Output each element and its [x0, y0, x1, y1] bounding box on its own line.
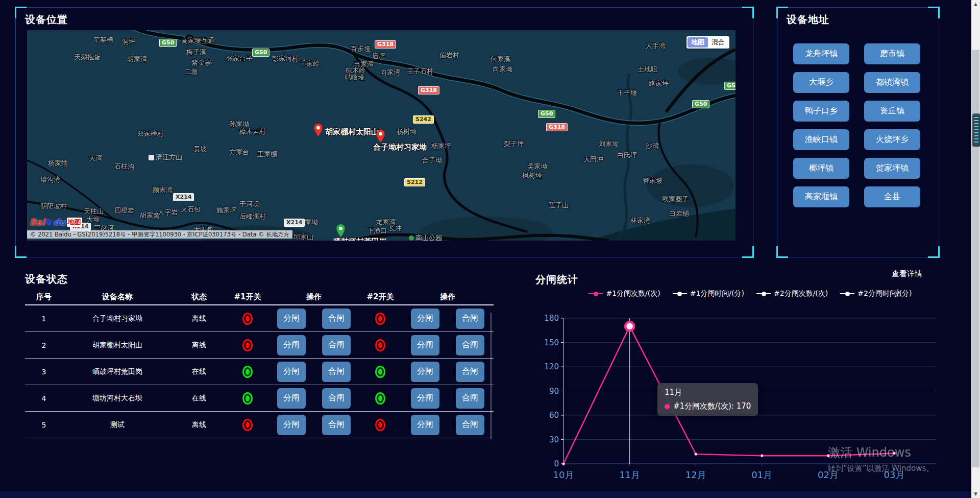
- tooltip-series-dot: [665, 404, 670, 409]
- open-switch1-button[interactable]: 分闸: [277, 415, 306, 435]
- open-switch2-button[interactable]: 分闸: [411, 388, 439, 409]
- cell-ops2: 分闸合闸: [402, 335, 494, 355]
- address-button[interactable]: 火烧坪乡: [864, 129, 920, 150]
- address-button[interactable]: 龙舟坪镇: [793, 43, 849, 64]
- map-pin[interactable]: [336, 224, 346, 238]
- close-switch1-button[interactable]: 合闸: [322, 415, 351, 435]
- chart-tooltip: 11月 #1分闸次数/(次): 170: [657, 383, 758, 416]
- baidu-logo-map-word: 地图: [67, 218, 82, 227]
- cell-switch1: [226, 313, 269, 325]
- map-place-label: 刘家坳: [599, 139, 619, 149]
- map-type-hybrid-button[interactable]: 混合: [708, 37, 728, 48]
- switch1-indicator-red: [242, 419, 253, 431]
- map-place-label: 沙湾: [646, 141, 659, 151]
- cell-no: 3: [25, 368, 63, 376]
- close-switch2-button[interactable]: 合闸: [456, 415, 484, 435]
- table-header-cell: #2开关: [359, 292, 402, 302]
- close-switch2-button[interactable]: 合闸: [456, 309, 484, 329]
- cell-ops1: 分闸合闸: [269, 335, 359, 355]
- legend-marker-icon: [840, 292, 854, 296]
- map-type-map-button[interactable]: 地图: [688, 37, 708, 48]
- table-scrollbar[interactable]: [491, 313, 492, 439]
- road-badge-s242: S242: [413, 115, 434, 124]
- page-scrollbar[interactable]: ▲ ▼: [971, 0, 980, 498]
- address-button[interactable]: 磨市镇: [864, 43, 920, 64]
- address-button[interactable]: 都镇湾镇: [864, 72, 920, 93]
- svg-text:01月: 01月: [751, 469, 772, 480]
- switch2-indicator-red: [375, 313, 385, 325]
- mountain-icon: [149, 155, 154, 160]
- road-badge-x214: X214: [173, 193, 194, 201]
- address-button[interactable]: 榔坪镇: [793, 158, 849, 179]
- view-details-link[interactable]: 查看详情: [892, 269, 922, 279]
- road-badge-x214: X214: [284, 219, 305, 227]
- map-place-label: 大湾: [89, 154, 102, 163]
- cell-status: 离线: [172, 420, 226, 430]
- scroll-down-arrow[interactable]: ▼: [971, 490, 980, 498]
- open-switch2-button[interactable]: 分闸: [411, 362, 439, 382]
- baidu-map[interactable]: 笔架槽洞坪高家堰互通天鹅抱蛋胡家湾梅子溪紫金寨二墩张家台子彭家河村千家岭百步垭庙…: [27, 30, 736, 241]
- open-switch1-button[interactable]: 分闸: [277, 335, 306, 355]
- road-badge-g50: G50: [159, 39, 177, 47]
- legend-label: #2分闸次数/(次): [774, 289, 828, 298]
- close-switch2-button[interactable]: 合闸: [456, 362, 484, 382]
- map-place-label: 长冲: [388, 224, 402, 233]
- scrollbar-thumb[interactable]: [972, 50, 979, 467]
- legend-item[interactable]: #1分闸次数/(次): [589, 289, 660, 298]
- map-place-label: 管家坡: [643, 176, 663, 185]
- map-place-label: 杨家坪: [431, 141, 451, 151]
- table-row: 5测试离线分闸合闸分闸合闸: [25, 412, 494, 438]
- map-place-label: 石柱沟: [114, 162, 134, 171]
- cell-name: 晒鼓坪村荒田岗: [63, 367, 172, 376]
- cell-ops1: 分闸合闸: [269, 415, 359, 435]
- legend-item[interactable]: #1分闸时间/(分): [673, 289, 744, 298]
- map-type-toggle: 地图 混合: [687, 36, 729, 49]
- map-place-label: 向家坳: [493, 65, 512, 74]
- map-place-label: 吴家坳: [527, 162, 547, 171]
- table-header-cell: 操作: [402, 292, 494, 302]
- road-badge-g318: G318: [375, 40, 396, 49]
- scroll-indicator-widget[interactable]: [972, 113, 980, 147]
- address-button[interactable]: 全县: [864, 186, 920, 207]
- map-pin[interactable]: [313, 123, 323, 137]
- map-place-label: 樟木岩村: [239, 127, 266, 136]
- scroll-indicator-dashes: [974, 117, 978, 144]
- address-button[interactable]: 大堰乡: [793, 72, 849, 93]
- close-switch1-button[interactable]: 合闸: [322, 362, 351, 382]
- address-button[interactable]: 鸭子口乡: [793, 101, 849, 122]
- open-switch2-button[interactable]: 分闸: [411, 335, 439, 355]
- close-switch1-button[interactable]: 合闸: [322, 335, 351, 355]
- open-switch2-button[interactable]: 分闸: [411, 309, 439, 329]
- open-switch1-button[interactable]: 分闸: [277, 309, 306, 329]
- map-place-label: 白氏坪: [617, 151, 637, 160]
- map-place-label: 后峰溪村: [239, 212, 266, 221]
- device-address-panel: 设备地址 龙舟坪镇磨市镇大堰乡都镇湾镇鸭子口乡资丘镇渔峡口镇火烧坪乡榔坪镇贺家坪…: [777, 7, 939, 257]
- address-button[interactable]: 高家堰镇: [793, 186, 849, 207]
- address-button[interactable]: 渔峡口镇: [793, 129, 849, 150]
- close-switch1-button[interactable]: 合闸: [322, 388, 351, 409]
- map-place-label: 路家坪: [649, 79, 669, 88]
- road-badge-s212: S212: [404, 178, 425, 186]
- svg-text:0: 0: [554, 459, 559, 468]
- close-switch2-button[interactable]: 合闸: [456, 388, 484, 409]
- legend-item[interactable]: #2分闸时间/(分): [840, 289, 912, 298]
- map-pin[interactable]: [376, 129, 385, 143]
- open-switch1-button[interactable]: 分闸: [277, 362, 306, 382]
- close-switch2-button[interactable]: 合闸: [456, 335, 484, 355]
- map-place-label: 王子石村: [407, 67, 433, 76]
- address-button-grid: 龙舟坪镇磨市镇大堰乡都镇湾镇鸭子口乡资丘镇渔峡口镇火烧坪乡榔坪镇贺家坪镇高家堰镇…: [793, 43, 923, 207]
- map-place-label: 壤沟湾: [40, 175, 60, 184]
- scroll-up-arrow[interactable]: ▲: [971, 0, 980, 8]
- map-place-label: 大田冲: [583, 155, 603, 164]
- open-switch1-button[interactable]: 分闸: [277, 388, 306, 409]
- address-button[interactable]: 资丘镇: [864, 101, 920, 122]
- switch2-indicator-red: [375, 339, 385, 351]
- close-switch1-button[interactable]: 合闸: [322, 309, 351, 329]
- open-switch2-button[interactable]: 分闸: [411, 415, 439, 435]
- legend-item[interactable]: #2分闸次数/(次): [756, 289, 828, 298]
- map-place-label: 百步垭: [351, 44, 371, 54]
- svg-text:60: 60: [549, 411, 559, 420]
- address-button[interactable]: 贺家坪镇: [864, 158, 920, 179]
- road-badge-g50: G50: [538, 110, 555, 118]
- corner-accent: [928, 7, 940, 18]
